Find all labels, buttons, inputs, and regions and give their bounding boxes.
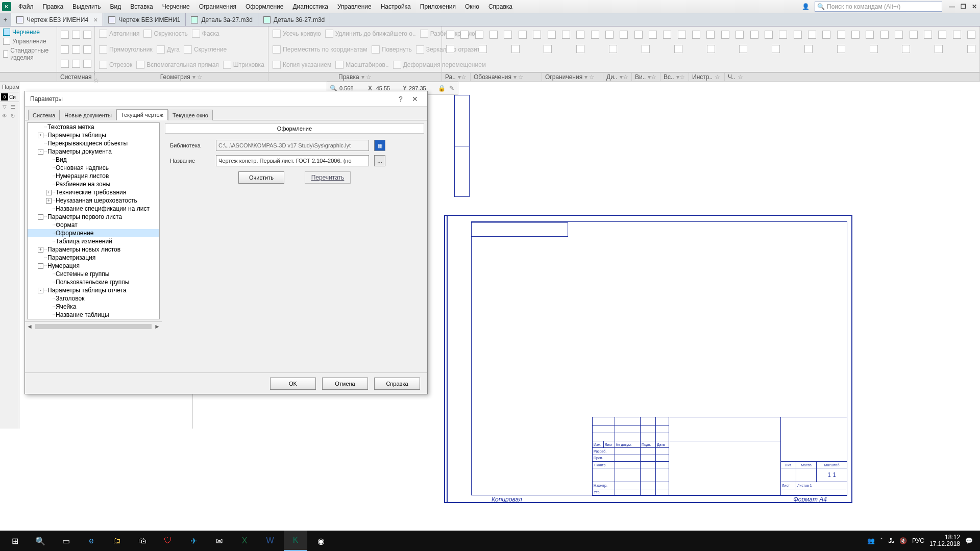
excel-icon[interactable]: X — [233, 531, 256, 551]
ribbon-icon[interactable] — [607, 43, 619, 55]
start-button[interactable]: ⊞ — [3, 531, 27, 551]
tree-node[interactable]: -┈Параметры документа — [28, 147, 159, 156]
ribbon-icon[interactable] — [737, 43, 749, 55]
ribbon-icon[interactable] — [458, 29, 471, 41]
tree-node[interactable]: ┈Название таблицы — [28, 311, 159, 319]
eye-icon[interactable]: 👁 — [1, 112, 8, 119]
ribbon-icon[interactable] — [618, 29, 630, 41]
copy-tool[interactable]: Копия указанием — [272, 60, 332, 70]
ribbon-icon[interactable] — [542, 43, 554, 55]
segment-tool[interactable]: Отрезок — [98, 60, 133, 70]
cancel-button[interactable]: Отмена — [322, 378, 368, 390]
ribbon-icon[interactable] — [820, 29, 832, 41]
tree-node[interactable]: ┈Вид — [28, 156, 159, 164]
ribbon-icon[interactable] — [908, 29, 920, 41]
help-button[interactable]: Справка — [374, 378, 420, 390]
tab-current-drawing[interactable]: Текущий чертеж — [116, 109, 168, 120]
layout-name-field[interactable]: Чертеж констр. Первый лист. ГОСТ 2.104-2… — [216, 155, 369, 166]
ribbon-icon[interactable] — [733, 29, 746, 41]
ribbon-icon[interactable] — [509, 43, 522, 55]
ribbon-icon[interactable] — [893, 29, 905, 41]
tree-node[interactable]: -┈Нумерация — [28, 262, 159, 270]
mcafee-icon[interactable]: 🛡 — [156, 531, 180, 551]
pencil-icon[interactable]: ✎ — [448, 84, 456, 92]
tree-node[interactable]: ┈Название спецификации на лист — [28, 205, 159, 213]
ribbon-icon[interactable] — [477, 43, 489, 55]
ribbon-icon[interactable] — [878, 29, 891, 41]
tree-node[interactable]: ┈Параметризация — [28, 254, 159, 262]
tree-node[interactable]: -┈Параметры первого листа — [28, 213, 159, 221]
open-icon[interactable] — [71, 29, 81, 41]
refresh-icon[interactable]: ↻ — [9, 112, 16, 119]
menu-apps[interactable]: Приложения — [416, 2, 460, 12]
ribbon-icon[interactable] — [672, 43, 684, 55]
menu-window[interactable]: Окно — [461, 2, 483, 12]
filter-icon[interactable]: ▽ — [1, 103, 8, 110]
hatch-tool[interactable]: Штриховка — [222, 60, 265, 70]
tab-newdocs[interactable]: Новые документы — [60, 110, 116, 120]
doc-tab-0[interactable]: Чертеж БЕЗ ИМЕНИ4 × — [11, 13, 103, 26]
ribbon-icon[interactable] — [868, 43, 880, 55]
ribbon-icon[interactable] — [849, 29, 862, 41]
ribbon-icon[interactable] — [661, 29, 673, 41]
tree-node[interactable]: ┈Формат — [28, 221, 159, 229]
tree-node[interactable]: ┈Текстовая метка — [28, 123, 159, 131]
ribbon-icon[interactable] — [517, 29, 529, 41]
mode-drawing[interactable]: Черчение — [3, 29, 54, 36]
move-tool[interactable]: Переместить по координатам — [272, 44, 369, 55]
menu-constraints[interactable]: Ограничения — [195, 2, 240, 12]
dialog-close-button[interactable]: ✕ — [408, 95, 422, 103]
tree-node[interactable]: ┈Оформление — [28, 229, 159, 237]
browse-library-button[interactable]: ▦ — [374, 140, 385, 151]
menu-edit[interactable]: Правка — [39, 2, 68, 12]
tree-node[interactable]: ┈Разбиение на зоны — [28, 180, 159, 188]
tray-chevron-icon[interactable]: ˄ — [880, 537, 883, 544]
ribbon-icon[interactable] — [546, 29, 558, 41]
undo-icon[interactable] — [71, 43, 81, 56]
lock-icon[interactable]: 🔒 — [437, 84, 446, 92]
lang-indicator[interactable]: РУС — [912, 537, 924, 544]
explorer-icon[interactable]: 🗂 — [105, 531, 129, 551]
ribbon-icon[interactable] — [777, 29, 789, 41]
close-button[interactable]: ✕ — [971, 3, 978, 10]
tree-expand-icon[interactable]: + — [46, 198, 52, 204]
tree-node[interactable]: -┈Параметры таблицы отчета — [28, 286, 159, 294]
ribbon-icon[interactable] — [647, 29, 659, 41]
mode-std[interactable]: Стандартные изделия — [3, 47, 54, 61]
word-icon[interactable]: W — [258, 531, 282, 551]
dialog-help-button[interactable]: ? — [394, 95, 408, 103]
edge-icon[interactable]: e — [80, 531, 103, 551]
user-icon[interactable]: 👤 — [802, 3, 810, 10]
mail-icon[interactable]: ✉ — [207, 531, 231, 551]
ribbon-icon[interactable] — [835, 43, 847, 55]
tree-node[interactable]: +┈Параметры новых листов — [28, 245, 159, 254]
tree-icon[interactable]: ☰ — [9, 103, 16, 110]
menu-file[interactable]: Файл — [14, 2, 38, 12]
ribbon-icon[interactable] — [792, 29, 804, 41]
minimize-button[interactable]: — — [948, 3, 955, 10]
command-search-input[interactable]: 🔍 Поиск по командам (Alt+/) — [815, 2, 942, 12]
ribbon-icon[interactable] — [704, 29, 717, 41]
fillet-tool[interactable]: Скругление — [183, 44, 228, 55]
ribbon-icon[interactable] — [933, 43, 945, 55]
arc-tool[interactable]: Дуга — [156, 44, 181, 55]
ribbon-icon[interactable] — [640, 43, 652, 55]
rect-tool[interactable]: Прямоугольник — [98, 44, 154, 55]
tree-node[interactable]: ┈Пользовательские группы — [28, 278, 159, 286]
ribbon-icon[interactable] — [900, 43, 912, 55]
tree-node[interactable]: ┈Ячейка — [28, 303, 159, 311]
extend-tool[interactable]: Удлинить до ближайшего о.. — [324, 29, 417, 39]
ribbon-icon[interactable] — [574, 43, 586, 55]
ribbon-icon[interactable] — [632, 29, 645, 41]
tree-node[interactable]: ┈Системные группы — [28, 270, 159, 278]
ribbon-icon[interactable] — [965, 43, 977, 55]
ribbon-icon[interactable] — [806, 29, 818, 41]
system-tray[interactable]: 👥 ˄ 🖧 🔇 РУС 18:1217.12.2018 💬 — [867, 534, 977, 547]
redo-icon[interactable] — [83, 43, 92, 56]
menu-view[interactable]: Вид — [106, 2, 125, 12]
print-icon[interactable] — [60, 43, 69, 56]
ribbon-icon[interactable] — [487, 29, 500, 41]
new-icon[interactable] — [60, 29, 69, 41]
ribbon-icon[interactable] — [864, 29, 876, 41]
aux-line-tool[interactable]: Вспомогатель­ная прямая — [135, 60, 220, 70]
